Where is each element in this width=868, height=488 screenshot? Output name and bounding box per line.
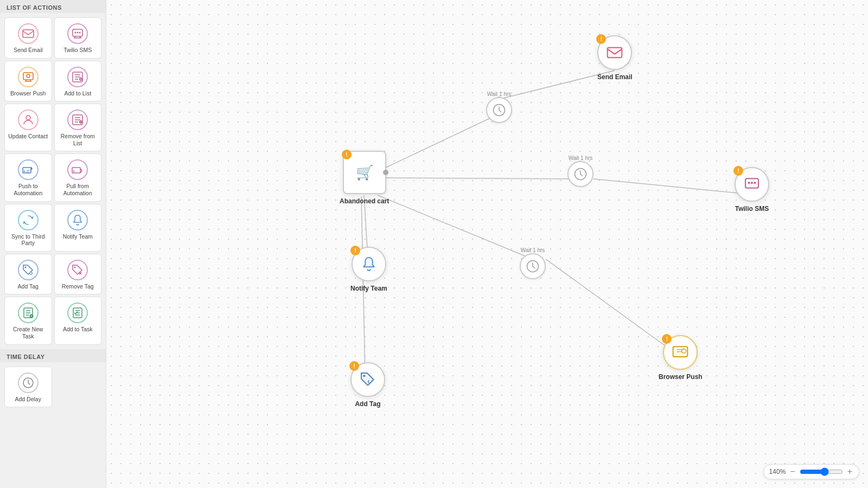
node-abandoned-cart-box: 🛒 !	[343, 151, 386, 194]
svg-point-41	[751, 182, 753, 184]
node-add-tag-badge: !	[349, 361, 359, 371]
add-to-task-icon	[67, 303, 88, 323]
node-browser-push-label: Browser Push	[659, 373, 703, 381]
sidebar-item-remove-tag-label: Remove Tag	[62, 283, 94, 290]
remove-tag-icon	[67, 260, 88, 280]
sync-to-third-party-icon	[18, 210, 39, 230]
add-delay-icon	[18, 373, 39, 393]
svg-line-25	[373, 114, 499, 174]
svg-point-20	[74, 266, 76, 268]
node-abandoned-cart-badge: !	[342, 150, 352, 159]
sidebar-item-twilio-sms-label: Twilio SMS	[63, 47, 92, 54]
add-tag-icon	[18, 260, 39, 280]
wait-node-1-circle	[486, 97, 512, 123]
sidebar-item-create-new-task[interactable]: Create New Task	[4, 297, 52, 344]
svg-point-42	[754, 182, 756, 184]
node-send-email-label: Send Email	[597, 73, 633, 81]
node-browser-push-circle: !	[663, 335, 698, 370]
sidebar-item-send-email-label: Send Email	[14, 47, 43, 54]
zoom-bar: 140% − +	[763, 464, 859, 479]
wait-node-2-label: Wait 1 hrs	[569, 155, 593, 161]
sidebar-delay-grid: Add Delay	[0, 362, 106, 412]
svg-line-30	[378, 195, 533, 259]
wait-node-1-label: Wait 1 hrs	[487, 91, 512, 97]
sidebar-item-add-tag[interactable]: Add Tag	[4, 254, 52, 295]
node-add-tag-circle: !	[350, 362, 385, 397]
add-to-list-icon	[67, 67, 88, 87]
pull-from-automation-icon	[67, 159, 88, 180]
zoom-in-button[interactable]: +	[846, 467, 853, 477]
node-send-email-circle: !	[597, 35, 632, 70]
sidebar-item-push-to-automation[interactable]: Push to Automation	[4, 153, 52, 201]
svg-point-3	[77, 32, 79, 34]
wait-node-2[interactable]: Wait 1 hrs	[567, 153, 593, 187]
sidebar-item-notify-team[interactable]: Notify Team	[54, 204, 102, 252]
sidebar-item-sync-to-third-party[interactable]: Sync to Third Party	[4, 204, 52, 252]
node-browser-push[interactable]: ! Browser Push	[659, 335, 703, 381]
svg-point-4	[79, 32, 81, 34]
node-add-tag[interactable]: ! Add Tag	[350, 362, 385, 408]
sidebar-item-pull-from-automation-label: Pull from Automation	[58, 183, 98, 196]
connections-svg	[106, 0, 868, 488]
create-new-task-icon	[18, 303, 39, 323]
push-to-automation-icon	[18, 159, 39, 180]
sidebar-item-add-delay-label: Add Delay	[15, 396, 41, 403]
node-add-tag-label: Add Tag	[355, 400, 380, 408]
wait-node-2-circle	[567, 161, 593, 187]
svg-line-27	[383, 178, 580, 179]
svg-point-46	[363, 375, 365, 377]
svg-point-18	[24, 266, 26, 268]
svg-point-9	[26, 115, 30, 120]
update-contact-icon	[18, 110, 39, 130]
node-notify-team[interactable]: ! Notify Team	[350, 247, 387, 292]
browser-push-icon	[18, 67, 39, 87]
connector-right	[383, 170, 388, 175]
sidebar-item-sync-to-third-party-label: Sync to Third Party	[8, 233, 48, 247]
svg-point-17	[73, 171, 74, 172]
svg-rect-0	[23, 30, 34, 37]
sidebar-item-browser-push-label: Browser Push	[10, 90, 46, 97]
node-send-email[interactable]: ! Send Email	[597, 35, 633, 81]
wait-node-3-circle	[520, 253, 546, 279]
sidebar-item-add-to-list-label: Add to List	[64, 90, 91, 97]
twilio-sms-icon	[67, 23, 88, 44]
sidebar-item-browser-push[interactable]: Browser Push	[4, 61, 52, 102]
sidebar-item-add-to-task[interactable]: Add to Task	[54, 297, 102, 344]
node-twilio-sms[interactable]: ! Twilio SMS	[735, 167, 769, 213]
remove-from-list-icon	[67, 110, 88, 130]
node-send-email-badge: !	[596, 34, 606, 44]
zoom-slider[interactable]	[800, 467, 843, 476]
sidebar-item-remove-tag[interactable]: Remove Tag	[54, 254, 102, 295]
workflow-canvas[interactable]: 🛒 ! Abandoned cart Wait 1 hrs ! Send Ema…	[106, 0, 868, 488]
node-browser-push-badge: !	[662, 334, 672, 344]
zoom-out-button[interactable]: −	[789, 467, 796, 477]
wait-node-3[interactable]: Wait 1 hrs	[520, 246, 546, 279]
sidebar: LIST OF ACTIONS Send Email Twilio SMS Br…	[0, 0, 106, 488]
svg-line-31	[546, 259, 674, 352]
sidebar-item-send-email[interactable]: Send Email	[4, 17, 52, 59]
sidebar-item-add-to-list[interactable]: Add to List	[54, 61, 102, 102]
sidebar-item-push-to-automation-label: Push to Automation	[8, 183, 48, 196]
sidebar-item-update-contact-label: Update Contact	[8, 133, 48, 140]
node-twilio-sms-badge: !	[733, 166, 743, 176]
sidebar-item-twilio-sms[interactable]: Twilio SMS	[54, 17, 102, 59]
sidebar-section-delay: TIME DELAY	[0, 349, 106, 362]
sidebar-item-add-delay[interactable]: Add Delay	[4, 367, 52, 408]
node-notify-team-label: Notify Team	[350, 285, 387, 292]
node-notify-team-badge: !	[350, 246, 360, 255]
node-notify-team-circle: !	[352, 247, 386, 281]
sidebar-item-remove-from-list[interactable]: Remove from List	[54, 104, 102, 151]
svg-rect-5	[23, 73, 33, 80]
sidebar-item-remove-from-list-label: Remove from List	[58, 133, 98, 146]
svg-point-14	[24, 171, 25, 172]
node-twilio-sms-label: Twilio SMS	[735, 205, 769, 213]
wait-node-1[interactable]: Wait 1 hrs	[486, 89, 512, 123]
svg-point-2	[75, 32, 76, 34]
sidebar-item-update-contact[interactable]: Update Contact	[4, 104, 52, 151]
sidebar-actions-grid: Send Email Twilio SMS Browser Push Add t…	[0, 13, 106, 349]
sidebar-item-pull-from-automation[interactable]: Pull from Automation	[54, 153, 102, 201]
node-abandoned-cart[interactable]: 🛒 ! Abandoned cart	[340, 151, 389, 205]
svg-point-40	[748, 182, 750, 184]
node-twilio-sms-circle: !	[735, 167, 769, 202]
zoom-level: 140%	[769, 468, 786, 476]
